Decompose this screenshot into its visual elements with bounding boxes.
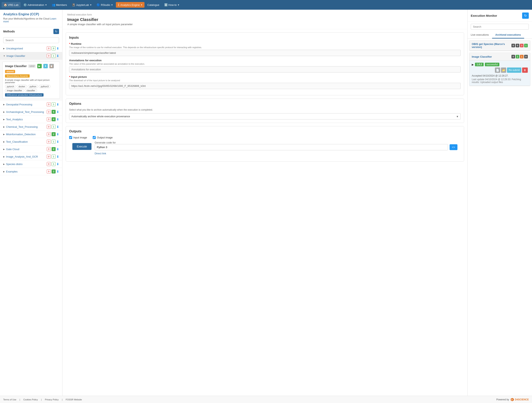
input-picture-desc: The download url of the input picture to… [69,79,461,82]
info-button[interactable]: ⬇ [43,64,48,68]
play-button[interactable]: ▶ [37,64,42,68]
exec-file-button[interactable]: 📁 [501,68,506,73]
method-card-image-classifier: Image Classifier 1.0.2 ▶ ⬇ 📋 shared Mass… [2,62,60,99]
download-icon[interactable]: ⬇ [57,103,59,106]
tab-live-executions[interactable]: Live executions [468,32,492,38]
tag-classifier: classifier [25,89,37,92]
input-image-checkbox[interactable] [69,136,72,139]
category-misinformation[interactable]: ▶ Misinformation_Detection 0 2 ⬇ [0,131,62,138]
nav-rstudio[interactable]: 🔵 RStudio ▼ [95,2,115,8]
execute-button[interactable]: Execute [72,143,91,150]
exec-group-obis-name[interactable]: OBIS get Species (Marco's version) [472,43,512,49]
execution-monitor-refresh-button[interactable]: ↻ [522,13,529,19]
footer-cookies-link[interactable]: Cookies Policy [23,398,38,401]
execution-search-input[interactable] [471,24,529,30]
form-subtitle: A simple image classifier with url input… [67,23,462,26]
rstudio-icon: 🔵 [96,3,100,6]
execution-monitor-title: Execution Monitor [471,14,497,17]
nav-analytics-engine-label: Analytics Engine [120,3,140,6]
input-picture-input[interactable] [69,83,461,89]
methods-refresh-button[interactable]: ↻ [53,29,59,34]
nav-howto[interactable]: ℹ️ How-to ▼ [162,2,182,8]
badge-green: 0 [51,46,56,50]
arrow-icon: ▶ [3,118,5,120]
resubmit-button[interactable]: Re-submit [507,68,521,73]
direct-link[interactable]: Direct link [95,152,457,155]
copy-button[interactable]: 📋 [49,64,54,68]
exec-doc-button[interactable]: 📄 [495,68,500,73]
annotations-input[interactable] [69,66,461,73]
powered-by-label: Powered by [496,398,509,401]
category-examples[interactable]: ▶ Examples 0 2 ⬇ [0,168,62,175]
download-icon[interactable]: ⬇ [57,162,59,166]
badge-1b: 1 [516,55,519,58]
code-gen-input[interactable] [95,144,448,150]
category-gate-cloud[interactable]: ▶ Gate Cloud 0 2 ⬇ [0,145,62,153]
download-icon[interactable]: ⬇ [57,147,59,151]
badge-red: 0 [47,54,51,58]
nav-members-label: Members [56,3,67,6]
download-icon[interactable]: ⬇ [57,155,59,159]
footer-fossr-link[interactable]: FOSSR Website [66,398,82,401]
nav-administration-label: Administration [28,3,44,6]
tag-image-classifier: image classifier [5,89,24,92]
options-section: Options Select what you like to archive … [66,99,464,123]
nav-members[interactable]: 👥 Members [50,2,69,8]
expand-icon: ▶ [472,63,474,66]
exec-version-badge: 1.0.2 [475,63,484,66]
nav-analytics-engine[interactable]: Σ Analytics Engine ▼ [116,2,145,8]
output-image-checkbox-item[interactable]: Output image [93,136,113,139]
download-icon[interactable]: ⬇ [57,132,59,136]
category-image-analysis[interactable]: ▶ Image_Analysis_And_OCR 0 1 ⬇ [0,153,62,160]
delete-button[interactable]: 🗑 [522,68,528,73]
input-image-checkbox-item[interactable]: Input image [69,136,87,139]
exec-group-image-classifier-header[interactable]: Image Classifier 0 1 1 0 [469,53,530,61]
execution-list: OBIS get Species (Marco's version) 0 0 3… [468,39,532,396]
nav-catalogue[interactable]: Catalogue [145,2,161,8]
nav-vre-lab[interactable]: 🏠 VRE-Lab [2,2,20,8]
archive-select-wrapper: Automatically archive whole execution pr… [69,113,461,120]
execution-monitor-header: Execution Monitor ↻ [468,10,532,22]
category-text-classification[interactable]: ▶ Text_Classification 0 1 ⬇ [0,138,62,145]
exec-group-obis-header[interactable]: OBIS get Species (Marco's version) 0 0 3… [469,40,530,51]
arrow-icon: ▶ [3,163,5,165]
output-image-checkbox[interactable] [93,136,96,139]
category-uncategorised[interactable]: ▶ Uncategorised 0 0 ⬇ [0,45,62,52]
outputs-section: Outputs Input image Output image Execute… [66,126,464,162]
archive-select[interactable]: Automatically archive whole execution pr… [69,113,461,120]
category-geospatial[interactable]: ▶ Geospatial Processing 0 1 ⬇ [0,101,62,108]
download-icon[interactable]: ⬇ [57,125,59,129]
exec-group-image-classifier-name[interactable]: Image Classifier [472,55,492,58]
category-chemical[interactable]: ▶ Chemical_Text_Processing 0 1 ⬇ [0,123,62,131]
outputs-title: Outputs [69,130,461,133]
footer-privacy-link[interactable]: Privacy Policy [45,398,59,401]
exec-group-obis: OBIS get Species (Marco's version) 0 0 3… [469,40,530,51]
runtime-input[interactable] [69,50,461,56]
tab-archived-executions[interactable]: Archived executions [492,32,524,38]
category-archaeological[interactable]: ▶ Archaeological_Text_Processing 0 6 ⬇ [0,108,62,116]
method-description: A simple image classifier with url input… [5,79,57,84]
arrow-icon: ▶ [3,47,5,50]
nav-jupyterlab[interactable]: 📓 JupyterLab ▼ [70,2,94,8]
sigma-icon: Σ [118,3,120,6]
form-title: Image Classifier [67,17,462,22]
download-icon[interactable]: ⬇ [57,54,59,58]
download-icon[interactable]: ⬇ [57,118,59,121]
code-gen-button[interactable]: <> [450,144,457,150]
methods-search-input[interactable] [3,37,59,43]
shared-badge: shared [5,70,15,73]
chevron-down-icon-4: ▼ [140,4,142,6]
d4science-logo: D4 D4SCIENCE [510,397,529,402]
category-image-classifier[interactable]: ▼ Image Classifier 0 1 ⬇ [0,52,62,60]
right-panel: Execution Monitor ↻ Live executions Arch… [468,10,532,396]
arrow-icon: ▶ [3,103,5,106]
category-text-analytics[interactable]: ▶ Text_Analytics 0 4 ⬇ [0,116,62,123]
footer-terms-link[interactable]: Terms of Use [3,398,16,401]
top-navigation: 🏠 VRE-Lab ⚙️ Administration ▼ 👥 Members … [0,0,532,10]
download-icon[interactable]: ⬇ [57,140,59,144]
download-icon[interactable]: ⬇ [57,110,59,114]
download-icon[interactable]: ⬇ [57,47,59,50]
nav-administration[interactable]: ⚙️ Administration ▼ [21,2,49,8]
download-icon[interactable]: ⬇ [57,170,59,174]
category-species-distro[interactable]: ▶ Species distro 0 1 ⬇ [0,160,62,168]
